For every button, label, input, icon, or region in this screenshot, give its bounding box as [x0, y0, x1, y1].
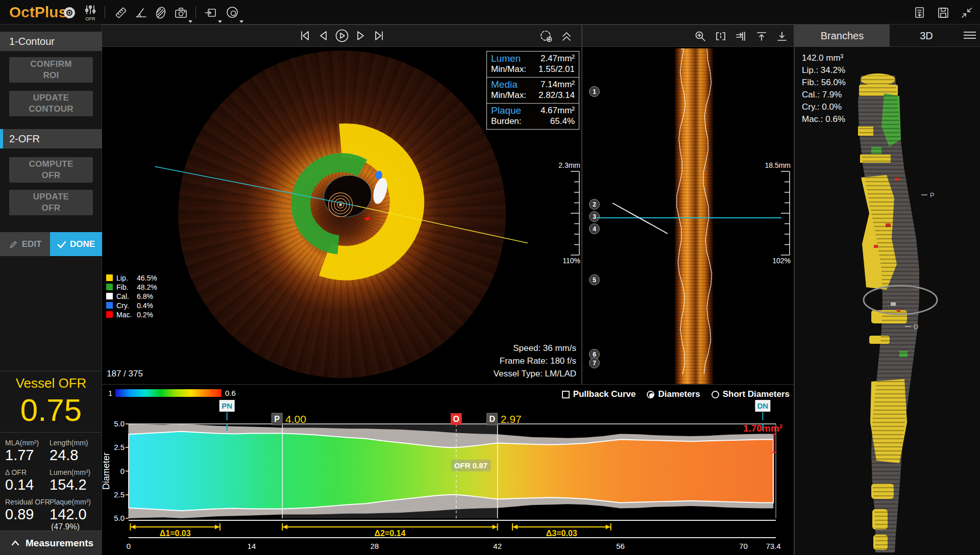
x-tick-label: 14	[248, 542, 256, 550]
radio-icon	[712, 391, 719, 398]
legend-item-lipid: Lip.46.5%	[106, 273, 157, 282]
lmode-ruler-ticks	[773, 170, 791, 257]
first-frame-button[interactable]	[298, 29, 313, 43]
lmode-scale-top-label: 18.5mm	[760, 161, 791, 170]
legend-item-fibrous: Fib.48.2%	[106, 283, 157, 291]
gear-icon	[63, 6, 76, 19]
lmode-branch-marker-3[interactable]: 3	[589, 211, 600, 222]
x-tick-label: 0	[127, 542, 131, 550]
lmode-scale-ruler: 18.5mm 102%	[760, 161, 791, 265]
ofr-settings-button[interactable]: OFR	[82, 4, 99, 21]
lmode-branch-marker-7[interactable]: 7	[589, 358, 600, 368]
x-tick-label: 28	[370, 542, 379, 550]
compute-ofr-button[interactable]: COMPUTE OFR	[9, 157, 93, 183]
oct-cross-section-panel: Lumen2.47mm² Min/Max:1.55/2.01 Media7.14…	[102, 24, 581, 384]
marker-D-letter: D	[489, 415, 495, 423]
step-ofr-header[interactable]: 2-OFR	[0, 129, 102, 148]
step-ofr-label: 2-OFR	[9, 133, 40, 145]
length-label: Length(mm)	[50, 439, 88, 447]
confirm-roi-button[interactable]: CONFIRM ROI	[9, 57, 93, 83]
step-contour-header[interactable]: 1-Contour	[0, 32, 102, 51]
longitudinal-view-panel: 1234567 18.5mm 102%	[581, 24, 794, 384]
measurements-expander[interactable]: Measurements	[0, 531, 102, 555]
vessel-ofr-value: 0.75	[0, 391, 102, 429]
vessel-ofr-result: Vessel OFR 0.75	[0, 371, 102, 433]
y-axis-title: Diameter	[102, 452, 111, 490]
lmode-branch-marker-4[interactable]: 4	[589, 223, 600, 234]
residual-ofr-value: 0.89	[5, 506, 34, 523]
plaque-label: Plaque	[491, 105, 521, 116]
double-chevron-up-icon	[560, 30, 573, 42]
edit-button[interactable]: EDIT	[0, 232, 50, 256]
save-button[interactable]	[935, 4, 951, 21]
frame-counter: 187 / 375	[107, 367, 179, 380]
plaque-burden-value: 65.4%	[550, 116, 575, 127]
skip-start-icon	[299, 29, 312, 42]
vessel-3d-render[interactable]: P D	[795, 24, 980, 555]
lumen-minmax-label: Min/Max:	[491, 64, 526, 74]
checkbox-icon	[562, 391, 570, 398]
legend-item-macrophage: Mac.0.2%	[106, 310, 157, 319]
angle-measure-tool-button[interactable]	[133, 4, 150, 21]
short-diameters-radio[interactable]: Short Diameters	[712, 389, 790, 399]
ofr-colorbar	[115, 389, 222, 397]
export-report-button[interactable]	[912, 4, 928, 21]
export-button[interactable]	[203, 4, 219, 21]
crystal-color-swatch	[106, 302, 113, 309]
record-dropdown-caret	[239, 20, 243, 23]
lumen-minmax-value: 1.55/2.01	[538, 64, 575, 74]
ofr-at-marker-label: OFR 0.87	[454, 461, 487, 470]
plaque-burden-label: Burden:	[491, 116, 522, 127]
cut-plane-indicator[interactable]	[610, 201, 672, 237]
x-tick-label: 70	[739, 542, 748, 550]
toolbar-separator	[195, 6, 196, 18]
update-contour-button[interactable]: UPDATE CONTOUR	[9, 91, 93, 116]
record-mode-button[interactable]	[224, 4, 240, 21]
delta-ofr-segment-label: Δ1=0.03	[160, 529, 191, 538]
save-icon	[937, 6, 950, 19]
delta-ofr-value: 0.14	[5, 476, 34, 493]
pullback-curve-checkbox[interactable]: Pullback Curve	[562, 389, 636, 399]
x-tick-label: 42	[493, 542, 502, 550]
vessel-type: Vessel Type: LM/LAD	[494, 367, 576, 380]
collapse-window-button[interactable]	[959, 4, 975, 21]
lmode-branch-marker-2[interactable]: 2	[589, 199, 600, 210]
media-minmax-label: Min/Max:	[491, 90, 526, 100]
app-logo: OctPlus	[9, 0, 67, 24]
legend-item-crystal: Cry.0.4%	[106, 301, 157, 310]
done-button[interactable]: DONE	[50, 232, 102, 256]
marker-DN-label: DN	[757, 401, 769, 410]
hatched-ellipse-icon	[154, 6, 167, 19]
area-measurements-box: Lumen2.47mm² Min/Max:1.55/2.01 Media7.14…	[486, 51, 579, 130]
marker-P-diameter: 4.00	[285, 413, 306, 425]
lmode-branch-marker-1[interactable]: 1	[589, 86, 600, 97]
lipid-color-swatch	[106, 274, 113, 281]
play-button[interactable]	[334, 29, 350, 43]
oct-ruler-ticks	[563, 170, 580, 257]
next-frame-button[interactable]	[353, 29, 368, 43]
prev-icon	[317, 29, 330, 42]
oct-probe-icon	[225, 6, 239, 20]
settings-button[interactable]	[61, 4, 78, 21]
report-icon	[913, 6, 926, 19]
previous-frame-button[interactable]	[316, 29, 331, 43]
length-measure-tool-button[interactable]	[113, 4, 129, 21]
roi-circle-tool-button[interactable]	[538, 29, 554, 43]
media-measurement-row: Media7.14mm² Min/Max:2.82/3.14	[487, 78, 579, 104]
calcium-color-swatch	[106, 293, 113, 299]
lmode-branch-marker-5[interactable]: 5	[589, 274, 600, 285]
y-tick-label: 0	[120, 467, 125, 475]
colorbar-max-label: 0.6	[225, 389, 236, 397]
colorbar-min-label: 1	[108, 389, 112, 397]
area-measure-tool-button[interactable]	[153, 4, 169, 21]
octplus-application: OctPlus OFR	[0, 0, 980, 555]
snapshot-button[interactable]	[173, 4, 189, 21]
plaque-vol-label: Plaque(mm³)	[50, 498, 91, 506]
diameter-profile-chart[interactable]: 5.02.502.55.0Diameter0142842567073.4Δ1=0…	[102, 385, 794, 555]
last-frame-button[interactable]	[371, 29, 386, 43]
collapse-panel-button[interactable]	[559, 29, 574, 43]
update-ofr-button[interactable]: UPDATE OFR	[9, 190, 93, 215]
plaque-vol-value: 142.0	[50, 506, 87, 523]
marker-D-diameter: 2.97	[501, 413, 522, 425]
diameters-radio[interactable]: Diameters	[647, 389, 700, 399]
